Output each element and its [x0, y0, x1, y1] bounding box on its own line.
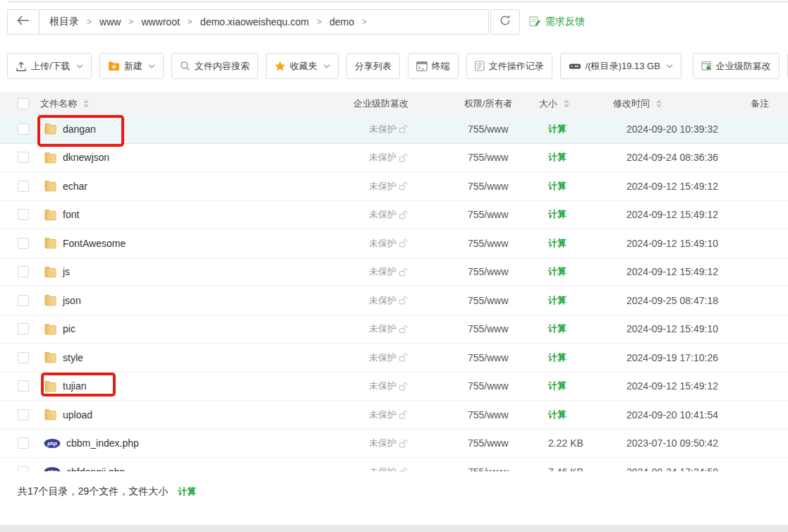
table-row[interactable]: json未保护755/www计算2024-09-25 08:47:18 — [0, 286, 788, 315]
file-name[interactable]: chfdengji.php — [66, 466, 125, 471]
folder-icon — [44, 236, 57, 250]
calculate-size-link[interactable]: 计算 — [548, 123, 566, 134]
tamper-icon — [701, 61, 712, 71]
toolbar-file-op-log-button[interactable]: 文件操作记录 — [466, 53, 552, 79]
star-icon — [274, 61, 286, 71]
table-row[interactable]: font未保护755/www计算2024-09-12 15:49:12 — [0, 201, 788, 230]
calculate-size-link[interactable]: 计算 — [548, 323, 566, 334]
sort-icon[interactable] — [83, 99, 89, 108]
toolbar-upload-download-button[interactable]: 上传/下载 — [7, 53, 92, 79]
file-name[interactable]: upload — [63, 409, 92, 421]
toolbar-content-search-button[interactable]: 文件内容搜索 — [171, 53, 258, 79]
refresh-button[interactable] — [490, 9, 520, 35]
calculate-size-link[interactable]: 计算 — [548, 295, 566, 306]
breadcrumb-item[interactable]: demo.xiaoweishequ.com — [200, 16, 309, 28]
modified-time: 2024-09-25 08:47:18 — [612, 295, 742, 306]
feedback-link[interactable]: 需求反馈 — [529, 9, 585, 35]
folder-icon — [44, 408, 57, 421]
calculate-size-link[interactable]: 计算 — [548, 152, 566, 162]
file-name[interactable]: dknewjson — [63, 152, 109, 163]
select-all-checkbox[interactable] — [18, 98, 29, 109]
permissions-owner: 755/www — [460, 437, 538, 449]
file-name[interactable]: echar — [63, 181, 87, 192]
row-checkbox[interactable] — [18, 266, 29, 277]
search-icon — [180, 61, 190, 71]
row-checkbox[interactable] — [18, 352, 29, 363]
calculate-size-link[interactable]: 计算 — [548, 266, 566, 277]
row-checkbox[interactable] — [18, 181, 29, 192]
file-name[interactable]: dangan — [63, 123, 96, 135]
calculate-size-link[interactable]: 计算 — [548, 238, 566, 248]
file-name[interactable]: font — [63, 209, 79, 220]
breadcrumb-item[interactable]: www — [99, 16, 121, 28]
modified-time: 2024-09-12 15:49:12 — [612, 380, 742, 392]
permissions-owner: 755/www — [460, 352, 538, 363]
breadcrumb-item[interactable]: demo — [329, 16, 354, 28]
row-checkbox[interactable] — [18, 437, 29, 449]
row-checkbox[interactable] — [18, 380, 29, 392]
breadcrumb-separator-icon: > — [188, 17, 193, 27]
breadcrumb-separator-icon: > — [128, 17, 133, 27]
table-row[interactable]: style未保护755/www计算2024-09-19 17:10:26 — [0, 344, 788, 373]
file-name[interactable]: tujian — [63, 380, 86, 392]
calculate-size-link[interactable]: 计算 — [548, 352, 566, 363]
column-header-tamper[interactable]: 企业级防篡改 — [353, 97, 408, 110]
footer-calculate-link[interactable]: 计算 — [178, 485, 196, 498]
calculate-size-link[interactable]: 计算 — [548, 380, 566, 391]
toolbar-tamper-proof-button[interactable]: 企业级防篡改 — [693, 53, 780, 79]
toolbar-content-search-label: 文件内容搜索 — [195, 60, 250, 73]
row-checkbox[interactable] — [18, 323, 29, 334]
column-header-mtime[interactable]: 修改时间 — [613, 97, 650, 110]
toolbar-new-button[interactable]: 新建 — [99, 53, 164, 79]
file-name[interactable]: cbbm_index.php — [66, 437, 139, 449]
row-checkbox[interactable] — [18, 238, 29, 249]
sort-icon[interactable] — [656, 99, 662, 108]
permissions-owner: 755/www — [460, 238, 538, 249]
table-row[interactable]: FontAwesome未保护755/www计算2024-09-12 15:49:… — [0, 229, 788, 258]
unlock-icon — [399, 210, 408, 219]
file-size: 2.22 KB — [538, 437, 612, 449]
sort-icon[interactable] — [564, 99, 569, 108]
table-row[interactable]: js未保护755/www计算2024-09-12 15:49:12 — [0, 258, 788, 287]
file-name[interactable]: json — [63, 295, 81, 306]
table-row[interactable]: echar未保护755/www计算2024-09-12 15:49:12 — [0, 172, 788, 201]
file-name[interactable]: FontAwesome — [63, 238, 126, 249]
column-header-name[interactable]: 文件名称 — [40, 97, 77, 110]
toolbar-favorites-button[interactable]: 收藏夹 — [266, 53, 339, 79]
file-name[interactable]: js — [63, 266, 70, 277]
row-checkbox[interactable] — [18, 209, 29, 220]
back-button[interactable] — [8, 10, 40, 34]
breadcrumb-item[interactable]: wwwroot — [141, 16, 179, 28]
row-checkbox[interactable] — [18, 409, 29, 421]
calculate-size-link[interactable]: 计算 — [548, 209, 566, 219]
row-checkbox[interactable] — [18, 123, 29, 135]
folder-icon — [44, 179, 57, 193]
toolbar-share-list-button[interactable]: 分享列表 — [346, 53, 400, 79]
row-checkbox[interactable] — [18, 152, 29, 163]
column-header-size[interactable]: 大小 — [539, 97, 557, 110]
table-row[interactable]: tujian未保护755/www计算2024-09-12 15:49:12 — [0, 373, 788, 401]
tamper-status: 未保护 — [369, 380, 396, 392]
toolbar-terminal-label: 终端 — [432, 60, 450, 73]
toolbar-terminal-button[interactable]: 终端 — [408, 53, 459, 79]
tamper-status: 未保护 — [369, 123, 396, 135]
file-name[interactable]: pic — [63, 323, 75, 334]
file-name[interactable]: style — [63, 352, 83, 363]
breadcrumb-item[interactable]: 根目录 — [49, 16, 79, 28]
table-row[interactable]: phpcbbm_index.php未保护755/www2.22 KB2023-0… — [0, 430, 788, 459]
row-checkbox[interactable] — [18, 466, 29, 471]
top-divider — [7, 1, 788, 2]
modified-time: 2024-09-12 15:49:12 — [612, 209, 742, 220]
calculate-size-link[interactable]: 计算 — [548, 181, 566, 191]
calculate-size-link[interactable]: 计算 — [548, 409, 566, 420]
row-checkbox[interactable] — [18, 295, 29, 306]
svg-text:php: php — [47, 440, 57, 447]
table-row[interactable]: phpchfdengji.php未保护755/www7.46 KB2024-09… — [0, 458, 788, 471]
table-row[interactable]: dknewjson未保护755/www计算2024-09-24 08:36:36 — [0, 144, 788, 173]
toolbar-new-label: 新建 — [124, 60, 143, 73]
table-row[interactable]: upload未保护755/www计算2024-09-20 10:41:54 — [0, 401, 788, 430]
table-row[interactable]: pic未保护755/www计算2024-09-12 15:49:10 — [0, 315, 788, 344]
folder-icon — [44, 151, 57, 164]
table-row[interactable]: dangan未保护755/www计算2024-09-20 10:39:32 — [0, 115, 788, 144]
toolbar-disk-button[interactable]: /(根目录)19.13 GB — [560, 53, 681, 79]
